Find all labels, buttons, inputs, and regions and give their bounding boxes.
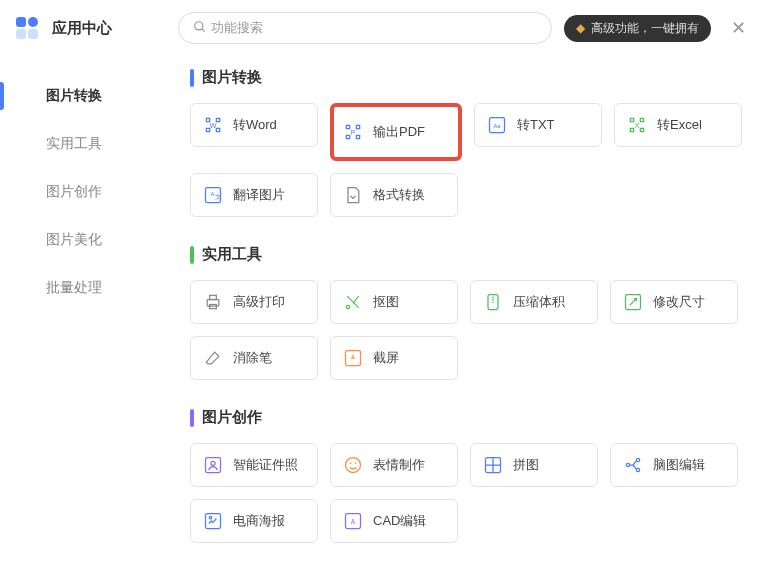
- svg-point-27: [209, 516, 212, 519]
- section-header: 图片转换: [190, 68, 749, 87]
- tile-label: 高级打印: [233, 293, 285, 311]
- diamond-icon: ◆: [576, 21, 585, 35]
- svg-point-25: [636, 468, 639, 471]
- svg-text:文: 文: [215, 193, 221, 200]
- main-content: 图片转换W转WordP输出PDFAa转TXTX转ExcelA文翻译图片格式转换实…: [170, 56, 769, 576]
- section-header: 实用工具: [190, 245, 749, 264]
- svg-text:A: A: [351, 518, 356, 525]
- app-logo-icon: [16, 17, 40, 39]
- section-bar-icon: [190, 409, 194, 427]
- svg-point-19: [346, 458, 361, 473]
- sidebar-item-label: 图片转换: [46, 87, 102, 105]
- tile-idphoto[interactable]: 智能证件照: [190, 443, 318, 487]
- tile-print[interactable]: 高级打印: [190, 280, 318, 324]
- sidebar-item-2[interactable]: 图片创作: [0, 168, 170, 216]
- erase-icon: [203, 348, 223, 368]
- word-icon: W: [203, 115, 223, 135]
- section-title: 实用工具: [202, 245, 262, 264]
- section-title: 图片创作: [202, 408, 262, 427]
- tile-label: 压缩体积: [513, 293, 565, 311]
- tile-label: 转TXT: [517, 116, 555, 134]
- resize-icon: [623, 292, 643, 312]
- sidebar-item-label: 实用工具: [46, 135, 102, 153]
- tile-cad[interactable]: ACAD编辑: [330, 499, 458, 543]
- tile-label: 消除笔: [233, 349, 272, 367]
- tile-cutout[interactable]: 抠图: [330, 280, 458, 324]
- screenshot-icon: [343, 348, 363, 368]
- tile-format[interactable]: 格式转换: [330, 173, 458, 217]
- tile-label: 电商海报: [233, 512, 285, 530]
- svg-point-13: [346, 305, 349, 308]
- tiles-grid: 智能证件照表情制作拼图脑图编辑电商海报ACAD编辑: [190, 443, 749, 543]
- section-title: 图片转换: [202, 68, 262, 87]
- search-input[interactable]: 功能搜索: [178, 12, 552, 44]
- svg-rect-11: [210, 295, 217, 299]
- tile-label: 修改尺寸: [653, 293, 705, 311]
- tile-label: 格式转换: [373, 186, 425, 204]
- tile-label: 表情制作: [373, 456, 425, 474]
- tile-erase[interactable]: 消除笔: [190, 336, 318, 380]
- tile-mindmap[interactable]: 脑图编辑: [610, 443, 738, 487]
- emoji-icon: [343, 455, 363, 475]
- format-icon: [343, 185, 363, 205]
- svg-point-0: [195, 21, 203, 29]
- premium-text: 高级功能，一键拥有: [591, 20, 699, 37]
- tile-label: 输出PDF: [373, 123, 425, 141]
- tile-excel[interactable]: X转Excel: [614, 103, 742, 147]
- svg-point-21: [355, 463, 357, 465]
- premium-badge[interactable]: ◆ 高级功能，一键拥有: [564, 15, 711, 42]
- tile-screenshot[interactable]: 截屏: [330, 336, 458, 380]
- sidebar-item-label: 批量处理: [46, 279, 102, 297]
- section-2: 图片创作智能证件照表情制作拼图脑图编辑电商海报ACAD编辑: [190, 408, 749, 543]
- search-icon: [193, 20, 207, 37]
- search-placeholder: 功能搜索: [211, 19, 263, 37]
- tile-label: 转Word: [233, 116, 277, 134]
- section-bar-icon: [190, 246, 194, 264]
- idphoto-icon: [203, 455, 223, 475]
- tile-poster[interactable]: 电商海报: [190, 499, 318, 543]
- txt-icon: Aa: [487, 115, 507, 135]
- section-header: 图片创作: [190, 408, 749, 427]
- excel-icon: X: [627, 115, 647, 135]
- svg-line-1: [202, 28, 205, 31]
- tiles-grid: 高级打印抠图压缩体积修改尺寸消除笔截屏: [190, 280, 749, 380]
- svg-rect-10: [207, 300, 219, 307]
- poster-icon: [203, 511, 223, 531]
- tile-pdf[interactable]: P输出PDF: [330, 103, 462, 161]
- svg-text:X: X: [634, 121, 639, 130]
- tile-txt[interactable]: Aa转TXT: [474, 103, 602, 147]
- tile-translate[interactable]: A文翻译图片: [190, 173, 318, 217]
- mindmap-icon: [623, 455, 643, 475]
- tile-compress[interactable]: 压缩体积: [470, 280, 598, 324]
- tile-resize[interactable]: 修改尺寸: [610, 280, 738, 324]
- collage-icon: [483, 455, 503, 475]
- tile-emoji[interactable]: 表情制作: [330, 443, 458, 487]
- sidebar-item-3[interactable]: 图片美化: [0, 216, 170, 264]
- tile-word[interactable]: W转Word: [190, 103, 318, 147]
- topbar: 应用中心 功能搜索 ◆ 高级功能，一键拥有 ✕: [0, 0, 769, 56]
- sidebar-item-1[interactable]: 实用工具: [0, 120, 170, 168]
- svg-text:P: P: [351, 129, 356, 136]
- pdf-icon: P: [343, 122, 363, 142]
- svg-text:W: W: [209, 121, 217, 130]
- svg-text:Aa: Aa: [493, 123, 501, 129]
- svg-point-20: [350, 463, 352, 465]
- tile-label: 智能证件照: [233, 456, 298, 474]
- tile-label: 脑图编辑: [653, 456, 705, 474]
- sidebar-item-4[interactable]: 批量处理: [0, 264, 170, 312]
- tile-label: 截屏: [373, 349, 399, 367]
- tile-collage[interactable]: 拼图: [470, 443, 598, 487]
- cad-icon: A: [343, 511, 363, 531]
- print-icon: [203, 292, 223, 312]
- svg-point-23: [626, 463, 629, 466]
- svg-rect-26: [206, 514, 221, 529]
- close-button[interactable]: ✕: [723, 17, 753, 39]
- tile-label: 翻译图片: [233, 186, 285, 204]
- section-bar-icon: [190, 69, 194, 87]
- sidebar-item-0[interactable]: 图片转换: [0, 72, 170, 120]
- sidebar-item-label: 图片美化: [46, 231, 102, 249]
- section-1: 实用工具高级打印抠图压缩体积修改尺寸消除笔截屏: [190, 245, 749, 380]
- svg-point-18: [211, 461, 215, 465]
- translate-icon: A文: [203, 185, 223, 205]
- tile-label: 拼图: [513, 456, 539, 474]
